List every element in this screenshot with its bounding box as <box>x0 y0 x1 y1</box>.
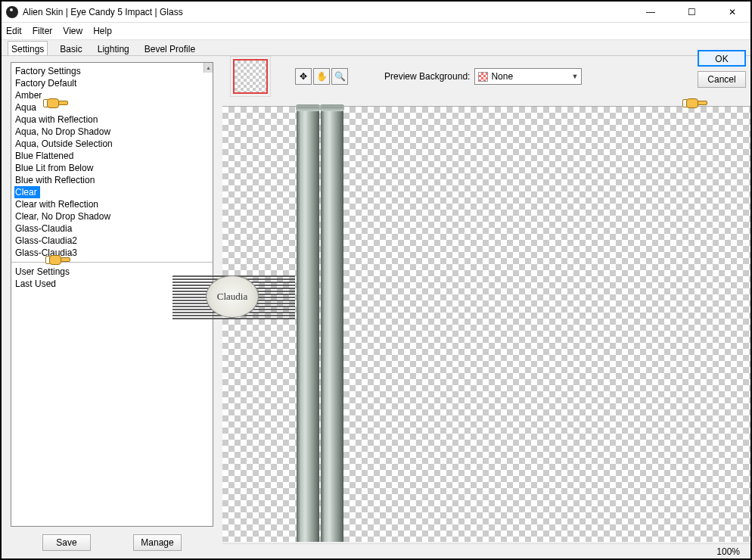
list-item[interactable]: Glass-Claudia <box>14 222 210 235</box>
list-item[interactable]: Last Used <box>14 278 210 290</box>
pointer-hand-icon <box>49 254 72 267</box>
move-tool-icon[interactable]: ✥ <box>295 68 312 85</box>
app-icon <box>6 6 18 18</box>
tab-lighting[interactable]: Lighting <box>95 42 132 55</box>
list-header-factory: Factory Settings <box>14 65 210 77</box>
list-item[interactable]: Blue with Reflection <box>14 174 210 186</box>
list-separator <box>11 262 213 263</box>
window-controls: — ☐ ✕ <box>637 5 746 20</box>
list-item[interactable]: Clear, No Drop Shadow <box>14 210 210 222</box>
list-item[interactable]: Blue Lit from Below <box>14 162 210 174</box>
preview-canvas[interactable] <box>222 106 750 542</box>
statusbar: 100% <box>222 543 750 558</box>
preview-area: OK Cancel ✥ ✋ 🔍 Preview Background: <box>222 56 750 558</box>
preview-background-control: Preview Background: None ▼ <box>384 68 582 85</box>
chevron-down-icon: ▼ <box>571 73 578 80</box>
preview-object <box>321 107 343 542</box>
tab-bevel-profile[interactable]: Bevel Profile <box>141 42 198 55</box>
pointer-hand-icon <box>47 97 70 110</box>
list-item[interactable]: Factory Default <box>14 77 210 89</box>
list-item[interactable]: Aqua with Reflection <box>14 114 210 126</box>
tab-settings[interactable]: Settings <box>8 41 48 55</box>
zoom-tool-icon[interactable]: 🔍 <box>331 68 348 85</box>
settings-buttons: Save Manage <box>11 534 213 551</box>
maximize-button[interactable]: ☐ <box>678 5 705 20</box>
preview-background-label: Preview Background: <box>384 71 470 82</box>
manage-button[interactable]: Manage <box>133 534 182 551</box>
titlebar: Alien Skin | Eye Candy 5 Impact | Glass … <box>2 2 750 23</box>
list-item[interactable]: Clear with Reflection <box>14 198 210 210</box>
minimize-button[interactable]: — <box>637 5 664 20</box>
menu-filter[interactable]: Filter <box>33 26 53 36</box>
menu-help[interactable]: Help <box>93 26 112 36</box>
settings-listbox[interactable]: Factory Settings Factory Default Amber A… <box>11 62 213 527</box>
list-item[interactable]: Aqua, Outside Selection <box>14 138 210 150</box>
window-title: Alien Skin | Eye Candy 5 Impact | Glass <box>23 7 637 17</box>
zoom-level: 100% <box>716 546 740 557</box>
content-area: Factory Settings Factory Default Amber A… <box>2 56 750 558</box>
preview-object <box>297 107 319 542</box>
swatch-icon <box>478 72 488 82</box>
list-item[interactable]: Aqua, No Drop Shadow <box>14 126 210 138</box>
tab-basic[interactable]: Basic <box>57 42 85 55</box>
list-item[interactable]: Glass-Claudia2 <box>14 235 210 247</box>
preview-tool-buttons: ✥ ✋ 🔍 <box>295 68 348 85</box>
menubar: Edit Filter View Help <box>2 23 750 39</box>
thumbnail-frame <box>230 56 271 97</box>
list-item[interactable]: Glass-Claudia3 <box>14 247 210 259</box>
thumbnail[interactable] <box>233 59 268 94</box>
scroll-up-button[interactable] <box>204 63 213 73</box>
thumbnail-row: ✥ ✋ 🔍 Preview Background: None ▼ <box>230 56 750 97</box>
list-header-user: User Settings <box>14 266 210 278</box>
close-button[interactable]: ✕ <box>719 5 746 20</box>
list-item[interactable]: Blue Flattened <box>14 150 210 162</box>
hand-tool-icon[interactable]: ✋ <box>313 68 330 85</box>
menu-edit[interactable]: Edit <box>6 26 22 36</box>
preview-background-value: None <box>491 71 513 82</box>
preview-background-select[interactable]: None ▼ <box>474 68 582 85</box>
app-window: Alien Skin | Eye Candy 5 Impact | Glass … <box>0 0 752 560</box>
tabbar: Settings Basic Lighting Bevel Profile <box>2 39 750 56</box>
list-item-selected[interactable]: Clear <box>14 186 40 198</box>
settings-panel: Factory Settings Factory Default Amber A… <box>2 56 222 558</box>
menu-view[interactable]: View <box>63 26 82 36</box>
save-button[interactable]: Save <box>42 534 91 551</box>
pointer-hand-icon <box>686 97 709 110</box>
